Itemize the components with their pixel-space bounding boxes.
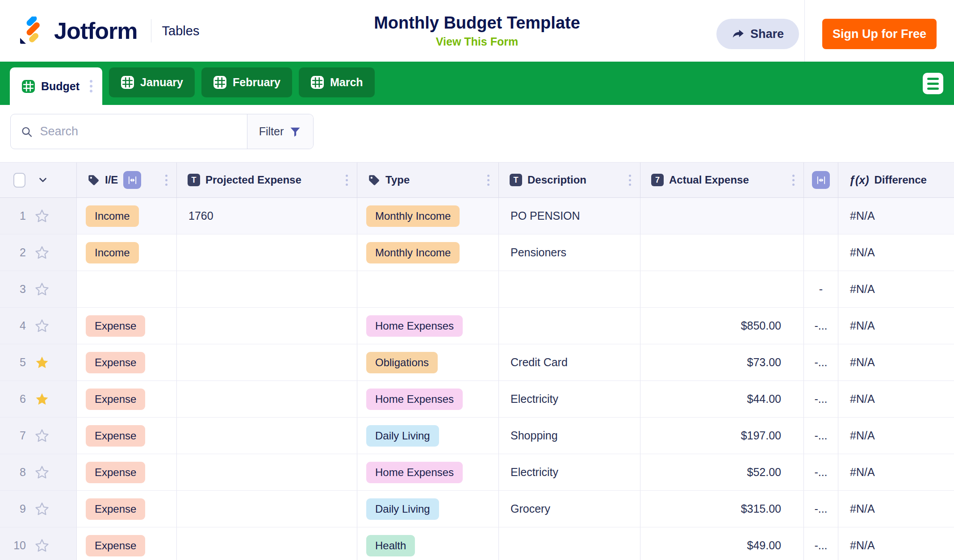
cell-resize-column[interactable]: -...: [804, 418, 838, 454]
cell-projected-expense[interactable]: [177, 527, 357, 560]
cell-type[interactable]: Monthly Income: [357, 198, 499, 234]
star-icon[interactable]: [34, 245, 50, 261]
star-icon[interactable]: [34, 501, 50, 517]
tab-menu-kebab-icon[interactable]: [85, 76, 95, 96]
star-icon[interactable]: [34, 538, 50, 554]
jotform-logo[interactable]: Jotform Tables: [17, 0, 199, 62]
cell-ie[interactable]: Expense: [77, 454, 177, 490]
cell-projected-expense[interactable]: 1760: [177, 198, 357, 234]
tab-budget[interactable]: Budget: [10, 67, 102, 105]
cell-actual-expense[interactable]: $73.00: [640, 344, 804, 380]
column-header-type[interactable]: Type: [357, 163, 499, 197]
cell-resize-column[interactable]: -: [804, 271, 838, 307]
view-this-form-link[interactable]: View This Form: [436, 35, 518, 48]
cell-resize-column[interactable]: -...: [804, 491, 838, 527]
column-menu-icon[interactable]: [485, 172, 492, 188]
cell-resize-column[interactable]: -...: [804, 381, 838, 417]
cell-ie[interactable]: Expense: [77, 308, 177, 344]
cell-type[interactable]: Obligations: [357, 344, 499, 380]
cell-description[interactable]: [499, 271, 640, 307]
cell-ie[interactable]: Income: [77, 234, 177, 271]
cell-ie[interactable]: Income: [77, 198, 177, 234]
cell-description[interactable]: Shopping: [499, 418, 640, 454]
type-badge[interactable]: Home Expenses: [366, 315, 463, 337]
cell-description[interactable]: Electricity: [499, 381, 640, 417]
cell-actual-expense[interactable]: [640, 271, 804, 307]
tab-march[interactable]: March: [299, 67, 375, 97]
cell-description[interactable]: Grocery: [499, 491, 640, 527]
ie-badge[interactable]: Income: [86, 205, 139, 227]
cell-actual-expense[interactable]: $850.00: [640, 308, 804, 344]
star-icon[interactable]: [34, 208, 50, 224]
cell-actual-expense[interactable]: $49.00: [640, 527, 804, 560]
type-badge[interactable]: Daily Living: [366, 498, 439, 520]
cell-actual-expense[interactable]: $315.00: [640, 491, 804, 527]
cell-difference[interactable]: #N/A: [838, 198, 954, 234]
column-header-resize[interactable]: [804, 163, 838, 197]
type-badge[interactable]: Monthly Income: [366, 205, 460, 227]
ie-badge[interactable]: Expense: [86, 389, 145, 410]
star-icon[interactable]: [34, 355, 50, 371]
column-header-actual[interactable]: 7Actual Expense: [640, 163, 804, 197]
cell-difference[interactable]: #N/A: [838, 271, 954, 307]
cell-projected-expense[interactable]: [177, 454, 357, 490]
cell-resize-column[interactable]: -...: [804, 527, 838, 560]
tab-january[interactable]: January: [109, 67, 195, 97]
cell-difference[interactable]: #N/A: [838, 234, 954, 271]
star-icon[interactable]: [34, 428, 50, 444]
ie-badge[interactable]: Expense: [86, 462, 145, 483]
column-resize-icon[interactable]: [123, 171, 141, 189]
column-menu-icon[interactable]: [790, 172, 797, 188]
cell-resize-column[interactable]: [804, 234, 838, 271]
cell-projected-expense[interactable]: [177, 308, 357, 344]
cell-type[interactable]: Home Expenses: [357, 454, 499, 490]
cell-description[interactable]: Pensioners: [499, 234, 640, 271]
cell-actual-expense[interactable]: [640, 198, 804, 234]
cell-resize-column[interactable]: -...: [804, 344, 838, 380]
cell-description[interactable]: [499, 308, 640, 344]
ie-badge[interactable]: Expense: [86, 352, 145, 373]
cell-description[interactable]: PO PENSION: [499, 198, 640, 234]
cell-type[interactable]: Daily Living: [357, 491, 499, 527]
star-icon[interactable]: [34, 464, 50, 481]
column-resize-icon[interactable]: [812, 171, 830, 189]
cell-type[interactable]: Monthly Income: [357, 234, 499, 271]
cell-resize-column[interactable]: -...: [804, 308, 838, 344]
sheet-list-menu-button[interactable]: [923, 73, 943, 94]
column-menu-icon[interactable]: [163, 172, 170, 188]
cell-actual-expense[interactable]: [640, 234, 804, 271]
cell-difference[interactable]: #N/A: [838, 381, 954, 417]
cell-projected-expense[interactable]: [177, 381, 357, 417]
cell-type[interactable]: Health: [357, 527, 499, 560]
column-menu-icon[interactable]: [626, 172, 634, 188]
cell-type[interactable]: Home Expenses: [357, 308, 499, 344]
cell-ie[interactable]: [77, 271, 177, 307]
cell-type[interactable]: Home Expenses: [357, 381, 499, 417]
ie-badge[interactable]: Expense: [86, 498, 145, 520]
type-badge[interactable]: Obligations: [366, 352, 438, 373]
cell-type[interactable]: [357, 271, 499, 307]
cell-projected-expense[interactable]: [177, 491, 357, 527]
cell-actual-expense[interactable]: $44.00: [640, 381, 804, 417]
ie-badge[interactable]: Expense: [86, 315, 145, 337]
cell-description[interactable]: Electricity: [499, 454, 640, 490]
type-badge[interactable]: Home Expenses: [366, 462, 463, 483]
column-header-ie[interactable]: I/E: [77, 163, 177, 197]
cell-projected-expense[interactable]: [177, 234, 357, 271]
column-menu-icon[interactable]: [343, 172, 351, 188]
cell-difference[interactable]: #N/A: [838, 418, 954, 454]
chevron-down-icon[interactable]: [37, 174, 49, 186]
type-badge[interactable]: Daily Living: [366, 425, 439, 447]
cell-projected-expense[interactable]: [177, 271, 357, 307]
ie-badge[interactable]: Income: [86, 242, 139, 263]
signup-button[interactable]: Sign Up for Free: [822, 19, 937, 49]
cell-description[interactable]: Credit Card: [499, 344, 640, 380]
type-badge[interactable]: Monthly Income: [366, 242, 460, 263]
type-badge[interactable]: Health: [366, 535, 415, 556]
cell-difference[interactable]: #N/A: [838, 308, 954, 344]
search-input[interactable]: [40, 125, 247, 138]
cell-difference[interactable]: #N/A: [838, 491, 954, 527]
cell-difference[interactable]: #N/A: [838, 527, 954, 560]
cell-description[interactable]: [499, 527, 640, 560]
star-icon[interactable]: [34, 318, 50, 334]
